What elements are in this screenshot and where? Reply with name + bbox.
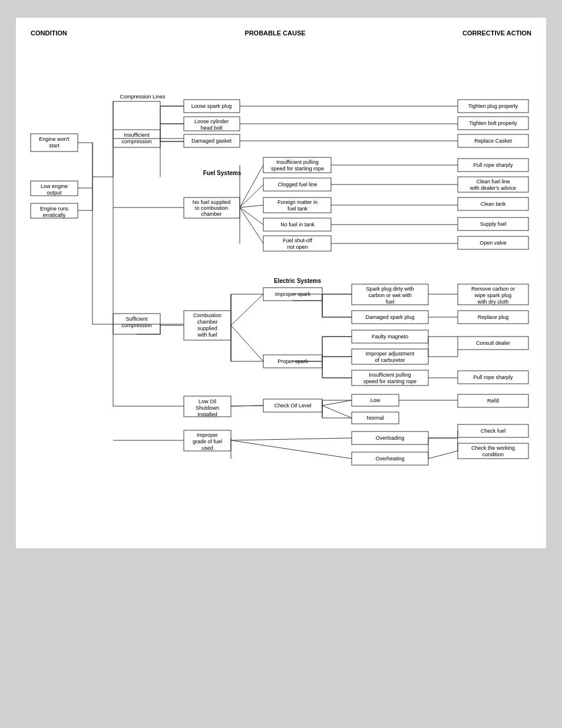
svg-line-144 [231, 294, 263, 325]
svg-text:Normal: Normal [366, 415, 384, 421]
svg-text:Insufficient: Insufficient [124, 132, 150, 138]
svg-text:Improper adjustment: Improper adjustment [366, 351, 415, 357]
svg-text:Check the working: Check the working [471, 445, 515, 451]
svg-text:Shutdown: Shutdown [196, 405, 219, 411]
svg-text:Fuel Systems: Fuel Systems [203, 170, 242, 176]
svg-text:Low Oil: Low Oil [199, 398, 216, 404]
svg-text:Clogged fuel line: Clogged fuel line [277, 182, 317, 187]
svg-text:speed for starting rope: speed for starting rope [363, 378, 416, 384]
svg-line-76 [240, 165, 263, 207]
svg-line-228 [428, 451, 458, 459]
svg-text:Loose cylinder: Loose cylinder [194, 118, 229, 124]
svg-text:chamber: chamber [201, 211, 222, 217]
svg-text:Faulty magneto: Faulty magneto [372, 334, 408, 340]
svg-text:Spark plug dirty with: Spark plug dirty with [366, 286, 414, 292]
svg-text:Insufficient pulling: Insufficient pulling [276, 159, 318, 165]
svg-text:Supply fuel: Supply fuel [480, 221, 507, 227]
svg-text:Sufficient: Sufficient [126, 316, 148, 322]
svg-text:No fuel in tank: No fuel in tank [280, 222, 315, 228]
svg-text:Clean tank: Clean tank [480, 201, 506, 207]
svg-text:of carburetor: of carburetor [375, 357, 405, 363]
svg-text:No fuel supplied: No fuel supplied [193, 199, 231, 205]
svg-text:Insufficient pulling: Insufficient pulling [369, 372, 411, 378]
svg-text:condition: condition [482, 452, 504, 457]
svg-text:Replace Casket: Replace Casket [474, 138, 512, 144]
header-condition: CONDITION [31, 29, 101, 37]
svg-text:with fuel: with fuel [197, 332, 217, 338]
svg-text:Tighten plug properly: Tighten plug properly [468, 103, 518, 109]
svg-line-188 [428, 431, 458, 438]
header-action: CORRECTIVE ACTION [449, 29, 531, 37]
svg-text:to combustion: to combustion [195, 205, 228, 211]
svg-line-79 [240, 207, 263, 225]
svg-text:Clean fuel line: Clean fuel line [476, 179, 510, 185]
svg-text:not open: not open [287, 244, 308, 250]
svg-text:used: used [201, 445, 213, 451]
svg-text:Replace plug: Replace plug [478, 314, 509, 320]
svg-text:Fuel shut-off: Fuel shut-off [283, 238, 312, 243]
svg-text:Improper: Improper [197, 432, 218, 438]
svg-text:output: output [47, 190, 62, 196]
svg-text:Tighten bolt properly: Tighten bolt properly [469, 120, 517, 126]
svg-line-221 [231, 406, 263, 406]
svg-text:carbon or wet with: carbon or wet with [368, 292, 411, 298]
svg-text:fuel tank: fuel tank [287, 206, 308, 212]
svg-text:compression: compression [121, 322, 151, 328]
svg-text:compression: compression [121, 139, 151, 144]
svg-text:Damaged gasket: Damaged gasket [191, 138, 232, 144]
svg-line-145 [231, 325, 263, 361]
svg-text:Low engine: Low engine [41, 183, 68, 189]
svg-text:chamber: chamber [197, 319, 217, 325]
svg-text:Overheating: Overheating [375, 456, 404, 462]
svg-text:wipe spark plug: wipe spark plug [474, 292, 512, 298]
svg-line-183 [231, 438, 352, 440]
svg-text:Foreign matter in: Foreign matter in [277, 199, 318, 205]
svg-text:Check Oil Level: Check Oil Level [274, 403, 311, 409]
svg-text:speed for starting rope: speed for starting rope [271, 166, 324, 172]
svg-text:Combustion: Combustion [193, 312, 222, 318]
svg-text:grade of fuel: grade of fuel [193, 439, 222, 444]
svg-text:Consult dealer: Consult dealer [476, 340, 510, 346]
svg-text:Check fuel: Check fuel [481, 428, 506, 434]
svg-text:Open valve: Open valve [480, 240, 507, 246]
svg-text:Engine won't: Engine won't [39, 136, 70, 142]
diagram-svg: Engine won't start Low engine output Eng… [28, 42, 534, 490]
svg-text:Loose spark plug: Loose spark plug [191, 103, 232, 109]
svg-text:Engine runs: Engine runs [40, 206, 69, 212]
svg-text:fuel: fuel [386, 299, 395, 305]
svg-text:Pull rope sharply: Pull rope sharply [473, 162, 513, 168]
svg-text:with dry cloth: with dry cloth [477, 299, 509, 305]
svg-text:Remove carbon or: Remove carbon or [471, 286, 515, 292]
svg-text:Electric Systems: Electric Systems [274, 278, 321, 284]
svg-text:Damaged spark plug: Damaged spark plug [365, 314, 414, 320]
svg-text:head bolt: head bolt [200, 125, 223, 131]
svg-line-78 [240, 205, 263, 207]
svg-line-184 [231, 440, 352, 459]
column-headers: CONDITION PROBABLE CAUSE CORRECTIVE ACTI… [28, 29, 534, 37]
svg-text:supplied: supplied [197, 325, 217, 331]
svg-line-166 [322, 400, 352, 406]
svg-text:Pull rope sharply: Pull rope sharply [473, 374, 513, 380]
svg-line-80 [240, 207, 263, 243]
svg-text:Overloading: Overloading [376, 435, 405, 441]
svg-line-25 [160, 139, 184, 141]
page: CONDITION PROBABLE CAUSE CORRECTIVE ACTI… [16, 18, 546, 548]
svg-text:Refill: Refill [487, 398, 499, 404]
svg-line-167 [322, 406, 352, 418]
troubleshooting-diagram: Engine won't start Low engine output Eng… [28, 42, 534, 490]
svg-text:erratically: erratically [43, 212, 66, 218]
svg-text:Compression Lines: Compression Lines [120, 94, 166, 100]
svg-line-77 [240, 185, 263, 207]
svg-text:Installed: Installed [197, 411, 217, 417]
svg-text:with dealer's advice: with dealer's advice [470, 185, 516, 191]
svg-text:Low: Low [371, 397, 381, 403]
svg-text:start: start [49, 143, 59, 149]
header-cause: PROBABLE CAUSE [101, 29, 449, 37]
